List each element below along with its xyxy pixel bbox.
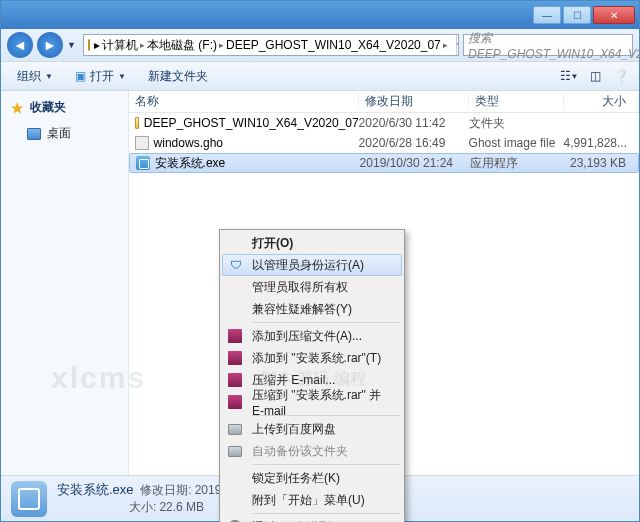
- ctx-addrar[interactable]: 添加到 "安装系统.rar"(T): [222, 347, 402, 369]
- col-type[interactable]: 类型: [469, 93, 564, 110]
- close-button[interactable]: ✕: [593, 6, 635, 24]
- sidebar: ★收藏夹 桌面: [1, 91, 129, 475]
- sidebar-item-desktop[interactable]: 桌面: [11, 122, 118, 145]
- col-date[interactable]: 修改日期: [359, 93, 469, 110]
- forward-button[interactable]: ►: [37, 32, 63, 58]
- hd-icon: [227, 443, 243, 459]
- separator: [252, 513, 400, 514]
- col-size[interactable]: 大小: [564, 93, 639, 110]
- desktop-icon: [27, 128, 41, 140]
- new-folder-button[interactable]: 新建文件夹: [140, 65, 216, 88]
- titlebar[interactable]: — ☐ ✕: [1, 1, 639, 29]
- search-box[interactable]: 搜索 DEEP_GHOST_WIN10_X64_V2... 🔍: [463, 34, 633, 56]
- file-row-exe-selected[interactable]: 安装系统.exe 2019/10/30 21:24 应用程序 23,193 KB: [129, 153, 639, 173]
- status-filename: 安装系统.exe: [57, 482, 134, 497]
- ctx-runas[interactable]: 🛡以管理员身份运行(A): [222, 254, 402, 276]
- history-dropdown[interactable]: ▼: [67, 40, 79, 50]
- address-dropdown[interactable]: ▾: [456, 35, 459, 55]
- ctx-qqsend[interactable]: 通过QQ发送到▶: [222, 516, 402, 522]
- maximize-button[interactable]: ☐: [563, 6, 591, 24]
- window-controls: — ☐ ✕: [533, 6, 635, 24]
- ctx-owner[interactable]: 管理员取得所有权: [222, 276, 402, 298]
- crumb-computer[interactable]: 计算机: [102, 37, 138, 54]
- folder-icon: [88, 39, 90, 51]
- folder-icon: [135, 117, 139, 129]
- ctx-compat[interactable]: 兼容性疑难解答(Y): [222, 298, 402, 320]
- toolbar: 组织▼ ▣打开▼ 新建文件夹 ☷▼ ◫ ❔: [1, 61, 639, 91]
- column-headers: 名称 修改日期 类型 大小: [129, 91, 639, 113]
- file-row-folder[interactable]: DEEP_GHOST_WIN10_X64_V2020_07 2020/6/30 …: [129, 113, 639, 133]
- organize-button[interactable]: 组织▼: [9, 65, 61, 88]
- open-button[interactable]: ▣打开▼: [67, 65, 134, 88]
- search-placeholder: 搜索 DEEP_GHOST_WIN10_X64_V2...: [468, 30, 640, 61]
- ctx-pin-start[interactable]: 附到「开始」菜单(U): [222, 489, 402, 511]
- nav-bar: ◄ ► ▼ ▸ 计算机 ▸ 本地磁盘 (F:) ▸ DEEP_GHOST_WIN…: [1, 29, 639, 61]
- exe-icon: [136, 156, 150, 170]
- separator: [252, 322, 400, 323]
- rar-icon: [227, 394, 243, 410]
- help-button[interactable]: ❔: [611, 66, 631, 86]
- explorer-window: — ☐ ✕ ◄ ► ▼ ▸ 计算机 ▸ 本地磁盘 (F:) ▸ DEEP_GHO…: [0, 0, 640, 522]
- rar-icon: [227, 350, 243, 366]
- preview-pane-button[interactable]: ◫: [585, 66, 605, 86]
- ctx-pin-taskbar[interactable]: 锁定到任务栏(K): [222, 467, 402, 489]
- favorites-header[interactable]: ★收藏夹: [11, 99, 118, 116]
- breadcrumb[interactable]: ▸ 计算机 ▸ 本地磁盘 (F:) ▸ DEEP_GHOST_WIN10_X64…: [94, 37, 448, 54]
- address-bar[interactable]: ▸ 计算机 ▸ 本地磁盘 (F:) ▸ DEEP_GHOST_WIN10_X64…: [83, 34, 459, 56]
- view-button[interactable]: ☷▼: [559, 66, 579, 86]
- crumb-drive[interactable]: 本地磁盘 (F:): [147, 37, 217, 54]
- ctx-autobak: 自动备份该文件夹: [222, 440, 402, 462]
- back-button[interactable]: ◄: [7, 32, 33, 58]
- rar-icon: [227, 372, 243, 388]
- status-file-icon: [11, 481, 47, 517]
- separator: [252, 464, 400, 465]
- ctx-upload[interactable]: 上传到百度网盘: [222, 418, 402, 440]
- minimize-button[interactable]: —: [533, 6, 561, 24]
- ctx-ziprar-email[interactable]: 压缩到 "安装系统.rar" 并 E-mail: [222, 391, 402, 413]
- shield-icon: 🛡: [228, 257, 244, 273]
- star-icon: ★: [11, 100, 24, 116]
- file-icon: [135, 136, 149, 150]
- file-row-gho[interactable]: windows.gho 2020/6/28 16:49 Ghost image …: [129, 133, 639, 153]
- crumb-folder[interactable]: DEEP_GHOST_WIN10_X64_V2020_07: [226, 38, 441, 52]
- ctx-open[interactable]: 打开(O): [222, 232, 402, 254]
- col-name[interactable]: 名称: [129, 93, 359, 110]
- body: xlcms ★收藏夹 桌面 名称 修改日期 类型 大小 DEEP_GHOST_W…: [1, 91, 639, 475]
- rar-icon: [227, 328, 243, 344]
- context-menu: 打开(O) 🛡以管理员身份运行(A) 管理员取得所有权 兼容性疑难解答(Y) 添…: [219, 229, 405, 522]
- cloud-icon: [227, 421, 243, 437]
- ctx-addarchive[interactable]: 添加到压缩文件(A)...: [222, 325, 402, 347]
